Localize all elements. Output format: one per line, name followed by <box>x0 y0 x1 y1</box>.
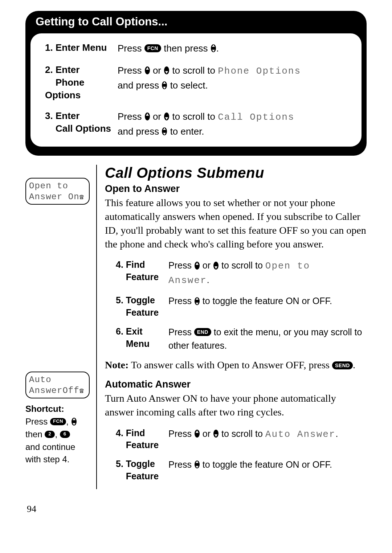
lcd-auto-answer: Auto AnswerOff☎ <box>25 372 90 398</box>
page-number: 94 <box>25 504 367 515</box>
box-header: Getting to Call Options... <box>25 11 367 33</box>
nav-down-icon <box>164 66 170 75</box>
step-6: 6. Exit Menu Press END to exit the menu,… <box>112 325 367 353</box>
nav-key-icon <box>211 44 216 53</box>
sidebar: Open to Answer On☎ Auto AnswerOff☎ Short… <box>25 165 96 489</box>
getting-to-box: Getting to Call Options... 1. Enter Menu… <box>25 11 367 156</box>
main-column: Call Options Submenu Open to Answer This… <box>97 165 367 489</box>
note: Note: To answer calls with Open to Answe… <box>105 359 367 371</box>
nav-down-icon <box>213 429 219 438</box>
step-3: 3. Enter Call Options Press or to scroll… <box>41 110 351 139</box>
open-to-answer-title: Open to Answer <box>105 183 367 194</box>
nav-key-icon <box>162 81 167 90</box>
key-6-icon: 6 <box>60 431 70 438</box>
end-key-icon: END <box>194 328 211 336</box>
step-5b: 5. Toggle Feature Press to toggle the fe… <box>112 458 367 483</box>
nav-key-icon <box>194 297 200 306</box>
shortcut-box: Shortcut: Press FCN, then 2, 6 and conti… <box>25 403 90 466</box>
auto-answer-steps: 4. Find Feature Press or to scroll to Au… <box>105 427 367 483</box>
fcn-key-icon: FCN <box>144 44 161 52</box>
step-5: 5. Toggle Feature Press to toggle the fe… <box>112 294 367 319</box>
open-to-answer-body: This feature allows you to set whether o… <box>105 196 367 251</box>
nav-up-icon <box>144 112 150 121</box>
key-2-icon: 2 <box>45 431 55 438</box>
nav-down-icon <box>213 261 219 270</box>
auto-answer-body: Turn Auto Answer ON to have your phone a… <box>105 392 367 419</box>
section-title: Call Options Submenu <box>105 165 367 181</box>
send-key-icon: SEND <box>332 361 353 369</box>
step-1: 1. Enter Menu Press FCN then press . <box>41 41 351 56</box>
step-4: 4. Find Feature Press or to scroll to Op… <box>112 259 367 288</box>
content-columns: Open to Answer On☎ Auto AnswerOff☎ Short… <box>25 165 367 489</box>
nav-key-icon <box>162 127 167 136</box>
fcn-key-icon: FCN <box>50 418 66 425</box>
auto-answer-title: Automatic Answer <box>105 379 367 390</box>
nav-key-icon <box>194 460 200 469</box>
phone-icon: ☎ <box>79 387 84 395</box>
nav-up-icon <box>194 261 200 270</box>
nav-up-icon <box>194 429 200 438</box>
nav-key-icon <box>71 417 77 426</box>
nav-down-icon <box>164 112 170 121</box>
step-4b: 4. Find Feature Press or to scroll to Au… <box>112 427 367 452</box>
phone-icon: ☎ <box>79 193 84 201</box>
step-2: 2. Enter Phone Options Press or to scrol… <box>41 64 351 102</box>
open-to-answer-steps: 4. Find Feature Press or to scroll to Op… <box>105 259 367 353</box>
nav-up-icon <box>144 66 150 75</box>
lcd-open-to-answer: Open to Answer On☎ <box>25 178 90 205</box>
white-panel: 1. Enter Menu Press FCN then press . 2. … <box>30 33 362 147</box>
